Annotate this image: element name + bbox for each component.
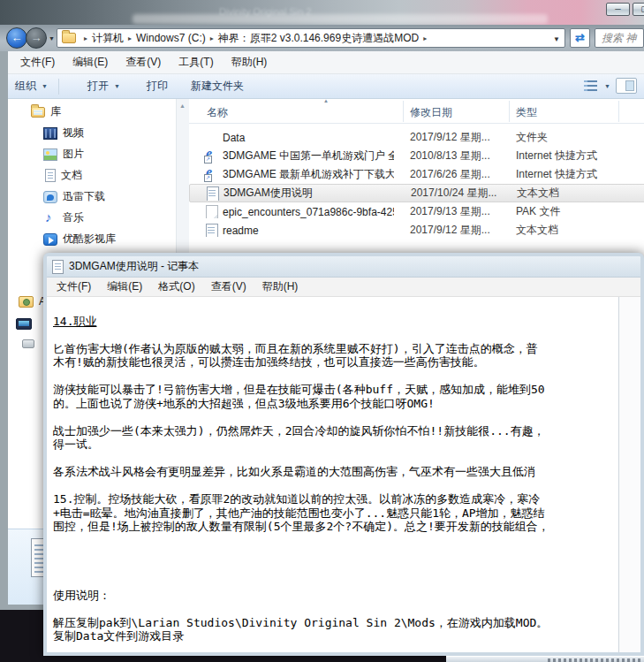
file-date: 2017/6/26 星期...	[410, 167, 490, 182]
sidebar-item-icon	[45, 169, 56, 182]
menu-item[interactable]: 编辑(E)	[99, 277, 150, 297]
sidebar-item[interactable]: 图片	[43, 147, 84, 162]
sidebar-item[interactable]: 视频	[43, 126, 84, 141]
sidebar-item[interactable]: 音乐	[43, 210, 84, 225]
view-mode-icon[interactable]	[584, 80, 597, 92]
menu-item[interactable]: 帮助(H)	[223, 51, 277, 73]
maximize-button[interactable]: ▢	[633, 3, 644, 16]
address-dropdown-icon[interactable]: ▼	[553, 35, 560, 43]
titlebar-ghost-text: Divinity Original Sin 2	[219, 6, 312, 17]
sidebar-item-label[interactable]: 优酷影视库	[63, 232, 116, 247]
file-type: Internet 快捷方式	[516, 148, 597, 164]
sidebar-item-label[interactable]: 视频	[63, 126, 84, 141]
text-line	[53, 410, 617, 424]
menu-item[interactable]: 工具(T)	[170, 51, 222, 73]
text-line: 复制Data文件到游戏目录	[53, 629, 617, 643]
file-icon	[204, 224, 218, 237]
text-line: 游侠技能可以暴击了!弓箭伤害大增，但是在技能可爆击(各种buff，天赋，感知加成…	[53, 383, 617, 397]
menu-item[interactable]: 文件(F)	[49, 277, 99, 297]
text-line: 使用说明：	[53, 589, 617, 603]
sidebar-item[interactable]: 优酷影视库	[43, 232, 116, 247]
sidebar-item-label[interactable]: 库	[50, 104, 61, 119]
column-separator[interactable]	[618, 101, 619, 122]
column-header-name[interactable]: 名称	[207, 105, 228, 120]
file-name-cell[interactable]: Data	[204, 131, 394, 144]
preview-pane-button[interactable]	[616, 78, 637, 94]
notepad-titlebar[interactable]: 3DMGAM使用说明 - 记事本	[47, 256, 640, 278]
minimize-button[interactable]: ─	[606, 3, 630, 16]
file-name[interactable]: readme	[223, 224, 259, 237]
breadcrumb-item[interactable]: ▸ 神界：原罪2 v3.0.146.969史诗遭遇战MOD	[206, 31, 419, 46]
new-folder-button[interactable]: 新建文件夹	[184, 75, 251, 97]
file-name-cell[interactable]: epic_encounters_071a986c-9bfa-425e...	[204, 205, 394, 218]
table-row[interactable]: 3DMGAM使用说明 2017/10/24 星期... 文本文档	[189, 184, 644, 202]
breadcrumb-item[interactable]: ▸ 计算机	[80, 31, 124, 46]
scroll-up-icon[interactable]: ▲	[179, 103, 186, 109]
file-name-cell[interactable]: readme	[204, 224, 394, 237]
file-name-cell[interactable]: 3DMGAM使用说明	[205, 186, 395, 201]
notepad-scrollbar[interactable]	[618, 297, 640, 652]
file-date: 2017/10/24 星期...	[411, 186, 496, 201]
menu-item[interactable]: 查看(V)	[203, 277, 254, 297]
list-header: ▲ 名称 修改日期 类型	[189, 99, 644, 124]
text-line	[53, 452, 617, 466]
history-dropdown-icon[interactable]: ▼	[49, 35, 55, 42]
table-row[interactable]: Data 2017/9/12 星期... 文件夹	[189, 128, 644, 147]
sidebar-item-label[interactable]: 音乐	[63, 210, 84, 225]
sidebar-item-libraries[interactable]: 库	[31, 104, 61, 119]
menu-item[interactable]: 查看(V)	[117, 51, 170, 73]
explorer-menubar: 文件(F) 编辑(E) 查看(V) 工具(T) 帮助(H)	[8, 51, 644, 74]
breadcrumb-item[interactable]: ▸ Windows7 (C:)	[124, 32, 206, 44]
explorer-titlebar[interactable]: Divinity Original Sin 2 ─ ▢	[0, 0, 644, 25]
text-line: 木有!贼的新技能也很灵活，可以攒连击加强终结技，也可以直接选一些高伤害技能。	[53, 355, 617, 369]
text-line	[53, 534, 617, 548]
library-icon	[31, 107, 45, 118]
table-row[interactable]: epic_encounters_071a986c-9bfa-425e... 20…	[189, 202, 644, 221]
search-input[interactable]: 搜索 神	[595, 28, 644, 48]
text-line	[53, 574, 617, 589]
breadcrumb-label[interactable]: Windows7 (C:)	[136, 32, 206, 44]
file-name[interactable]: 3DMGAME 中国第一单机游戏门户 全球...	[223, 148, 394, 164]
refresh-button[interactable]: ⇄	[570, 28, 590, 48]
forward-button[interactable]: →	[26, 27, 47, 49]
back-button[interactable]: ←	[6, 27, 27, 49]
print-button[interactable]: 打印	[140, 75, 175, 97]
file-name-cell[interactable]: 3DMGAME 中国第一单机游戏门户 全球...	[204, 148, 394, 164]
table-row[interactable]: 3DMGAME 中国第一单机游戏门户 全球... 2010/8/13 星期...…	[189, 147, 644, 165]
table-row[interactable]: readme 2017/9/12 星期... 文本文档	[189, 221, 644, 240]
file-icon	[204, 205, 218, 218]
file-type: 文件夹	[516, 130, 548, 145]
menu-item[interactable]: 格式(O)	[150, 277, 202, 297]
breadcrumb-label[interactable]: 神界：原罪2 v3.0.146.969史诗遭遇战MOD	[218, 31, 419, 46]
sidebar-item-label[interactable]: 文档	[61, 168, 82, 183]
sidebar-item-icon	[43, 233, 57, 246]
notepad-text-area[interactable]: 14.职业 匕首伤害大增(作者认为原版的贼太弱，而且在新的系统里贼不好打)，引入…	[47, 297, 618, 652]
table-row[interactable]: 3DMGAME 最新单机游戏补丁下载大全-... 2017/6/26 星期...…	[189, 165, 644, 184]
organize-button[interactable]: 组织 ▼	[8, 75, 55, 97]
file-name-cell[interactable]: 3DMGAME 最新单机游戏补丁下载大全-...	[204, 167, 394, 182]
menu-item[interactable]: 编辑(E)	[64, 51, 117, 73]
breadcrumb-label[interactable]: 计算机	[92, 31, 124, 46]
file-date: 2017/9/13 星期...	[410, 204, 490, 219]
file-name[interactable]: 3DMGAME 最新单机游戏补丁下载大全-...	[223, 167, 394, 182]
menu-item[interactable]: 文件(F)	[11, 51, 64, 73]
column-header-type[interactable]: 类型	[516, 105, 537, 120]
file-name[interactable]: epic_encounters_071a986c-9bfa-425e...	[223, 206, 394, 218]
column-separator[interactable]	[509, 101, 510, 122]
sidebar-item[interactable]: 迅雷下载	[43, 189, 105, 204]
sidebar-item-label[interactable]: 迅雷下载	[63, 189, 105, 204]
sidebar-item[interactable]: 文档	[43, 168, 82, 183]
file-name[interactable]: Data	[223, 132, 245, 144]
column-separator[interactable]	[403, 101, 404, 122]
menu-item[interactable]: 帮助(H)	[254, 277, 307, 297]
column-header-date[interactable]: 修改日期	[410, 105, 452, 120]
chevron-down-icon: ▼	[114, 83, 120, 89]
disk-icon[interactable]	[22, 339, 34, 348]
computer-icon[interactable]	[16, 318, 32, 330]
file-name[interactable]: 3DMGAM使用说明	[224, 186, 313, 201]
chevron-right-icon: ▸	[210, 34, 214, 42]
open-button[interactable]: 打开 ▼	[63, 75, 127, 97]
sidebar-item-label[interactable]: 图片	[63, 147, 84, 162]
chevron-down-icon[interactable]: ▼	[604, 83, 610, 89]
address-bar[interactable]: ▸ 计算机 ▸ Windows7 (C:) ▸ 神界：原罪2 v3.0.146.…	[57, 28, 565, 48]
